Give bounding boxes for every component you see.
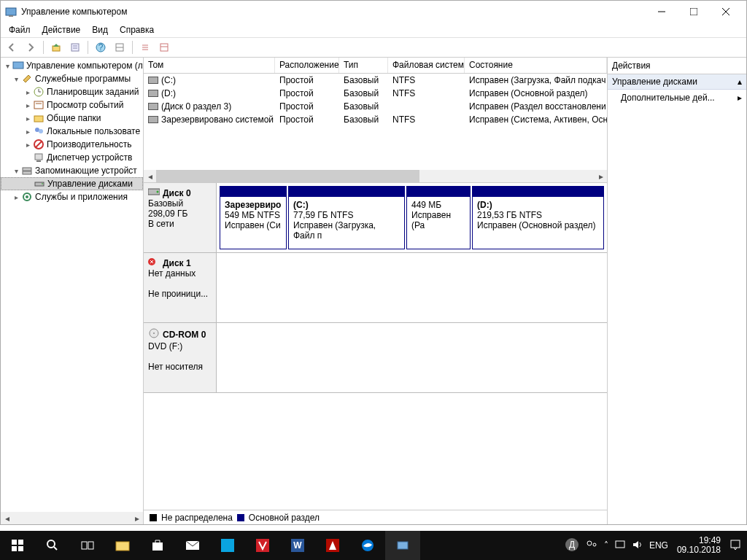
disk-error-icon <box>148 257 160 268</box>
taskbar-acrobat[interactable] <box>315 531 350 560</box>
navigation-tree[interactable]: ▾Управление компьютером (л ▾Служебные пр… <box>1 58 144 524</box>
taskbar-compmgmt-active[interactable] <box>385 531 420 560</box>
expand-icon[interactable]: ▸ <box>23 114 33 122</box>
task-view-button[interactable] <box>70 531 105 560</box>
system-tray[interactable]: Д ˄ ENG 19:49 09.10.2018 <box>559 531 747 560</box>
expand-icon[interactable]: ▸ <box>23 101 33 109</box>
toolbar-view-button[interactable] <box>112 39 128 55</box>
tree-storage[interactable]: ▾Запоминающие устройст <box>1 164 143 177</box>
taskbar-app1[interactable] <box>210 531 245 560</box>
menu-help[interactable]: Справка <box>115 23 159 36</box>
tree-event-viewer[interactable]: ▸Просмотр событий <box>1 98 143 112</box>
services-icon <box>21 191 33 203</box>
tray-clock[interactable]: 19:49 09.10.2018 <box>674 536 724 555</box>
taskbar-word[interactable]: W <box>280 531 315 560</box>
taskbar-store[interactable] <box>140 531 175 560</box>
collapse-icon[interactable]: ▴ <box>738 77 742 87</box>
tray-chevron-up-icon[interactable]: ˄ <box>604 540 608 551</box>
app-icon <box>5 6 17 18</box>
tree-system-tools[interactable]: ▾Служебные программы <box>1 72 143 85</box>
col-layout[interactable]: Расположение <box>275 58 339 73</box>
close-button[interactable] <box>710 1 742 23</box>
partition-c[interactable]: (C:)77,59 ГБ NTFSИсправен (Загрузка, Фай… <box>288 186 405 249</box>
svg-rect-53 <box>116 542 129 551</box>
taskbar-edge[interactable] <box>350 531 385 560</box>
tree-task-scheduler[interactable]: ▸Планировщик заданий <box>1 85 143 98</box>
volume-row[interactable]: Зарезервировано системойПростойБазовыйNT… <box>144 113 607 126</box>
cdrom-block[interactable]: CD-ROM 0 DVD (F:) Нет носителя <box>144 323 607 393</box>
expand-icon[interactable]: ▸ <box>11 193 21 201</box>
tree-shared-folders[interactable]: ▸Общие папки <box>1 112 143 125</box>
scrollbar-thumb[interactable] <box>156 170 419 182</box>
toolbar-up-button[interactable] <box>48 39 64 55</box>
disk-0-block[interactable]: Диск 0 Базовый 298,09 ГБ В сети Зарезерв… <box>144 183 607 253</box>
tree-scrollbar[interactable]: ◂▸ <box>1 512 143 524</box>
partition-d[interactable]: (D:)219,53 ГБ NTFSИсправен (Основной раз… <box>472 186 604 249</box>
svg-rect-67 <box>616 541 624 548</box>
menu-action[interactable]: Действие <box>37 23 86 36</box>
svg-point-66 <box>593 543 596 546</box>
tree-root[interactable]: ▾Управление компьютером (л <box>1 59 143 72</box>
taskbar[interactable]: W Д ˄ ENG 19:49 09.10.2018 <box>0 531 747 560</box>
scroll-right-icon[interactable]: ▸ <box>595 170 607 182</box>
expand-icon[interactable]: ▸ <box>23 141 33 149</box>
event-icon <box>33 99 44 111</box>
disk-1-info: Диск 1 Нет данных Не проиници... <box>144 253 217 322</box>
volume-row[interactable]: (D:)ПростойБазовыйNTFSИсправен (Основной… <box>144 87 607 100</box>
volume-scrollbar[interactable]: ◂ ▸ <box>144 170 607 182</box>
tray-language[interactable]: ENG <box>649 540 668 551</box>
scroll-left-icon[interactable]: ◂ <box>144 170 156 182</box>
minimize-button[interactable] <box>646 1 678 23</box>
disk-1-block[interactable]: Диск 1 Нет данных Не проиници... <box>144 253 607 323</box>
expand-icon[interactable]: ▸ <box>23 88 33 96</box>
toolbar-list-button[interactable] <box>137 39 153 55</box>
maximize-button[interactable] <box>678 1 710 23</box>
toolbar-back-button[interactable] <box>4 39 20 55</box>
tree-local-users[interactable]: ▸Локальные пользовате <box>1 125 143 138</box>
taskbar-explorer[interactable] <box>105 531 140 560</box>
partition-reserved[interactable]: Зарезервиро549 МБ NTFSИсправен (Си <box>220 186 287 249</box>
scroll-left-icon[interactable]: ◂ <box>1 512 13 524</box>
actions-more[interactable]: Дополнительные дей... ▸ <box>608 90 746 106</box>
col-type[interactable]: Тип <box>339 58 388 73</box>
tree-performance[interactable]: ▸Производительность <box>1 138 143 151</box>
legend-primary-label: Основной раздел <box>249 513 320 523</box>
volume-row[interactable]: (C:)ПростойБазовыйNTFSИсправен (Загрузка… <box>144 74 607 87</box>
svg-point-44 <box>153 332 155 334</box>
col-status[interactable]: Состояние <box>465 58 607 73</box>
svg-rect-32 <box>23 168 31 171</box>
volume-row[interactable]: (Диск 0 раздел 3)ПростойБазовыйИсправен … <box>144 100 607 113</box>
scroll-right-icon[interactable]: ▸ <box>131 512 143 524</box>
taskbar-mail[interactable] <box>175 531 210 560</box>
toolbar-forward-button[interactable] <box>23 39 39 55</box>
toolbar-help-button[interactable]: ? <box>93 39 109 55</box>
collapse-icon[interactable]: ▾ <box>2 62 12 70</box>
search-button[interactable] <box>35 531 70 560</box>
actions-group[interactable]: Управление дисками ▴ <box>608 74 746 90</box>
volume-list[interactable]: (C:)ПростойБазовыйNTFSИсправен (Загрузка… <box>144 74 607 170</box>
tray-notifications-icon[interactable] <box>729 539 741 553</box>
tray-user-icon[interactable]: Д <box>565 537 579 554</box>
collapse-icon[interactable]: ▾ <box>11 75 21 83</box>
titlebar[interactable]: Управление компьютером <box>1 1 746 23</box>
partition-recovery[interactable]: 449 МБИсправен (Ра <box>406 186 471 249</box>
tree-services[interactable]: ▸Службы и приложения <box>1 190 143 203</box>
taskbar-kaspersky[interactable] <box>245 531 280 560</box>
collapse-icon[interactable]: ▾ <box>11 167 21 175</box>
tree-disk-management[interactable]: Управление дисками <box>1 177 143 190</box>
tree-device-manager[interactable]: Диспетчер устройств <box>1 151 143 164</box>
menu-file[interactable]: Файл <box>4 23 36 36</box>
toolbar-detail-button[interactable] <box>156 39 172 55</box>
toolbar-properties-button[interactable] <box>67 39 83 55</box>
expand-icon[interactable]: ▸ <box>23 128 33 136</box>
col-volume[interactable]: Том <box>144 58 275 73</box>
tray-volume-icon[interactable] <box>632 539 643 553</box>
tray-people-icon[interactable] <box>585 538 598 553</box>
disk-graphical-pane[interactable]: Диск 0 Базовый 298,09 ГБ В сети Зарезерв… <box>144 182 607 510</box>
tray-monitor-icon[interactable] <box>614 539 626 553</box>
cdrom-info: CD-ROM 0 DVD (F:) Нет носителя <box>144 323 217 392</box>
menu-view[interactable]: Вид <box>87 23 113 36</box>
svg-rect-7 <box>71 44 79 51</box>
col-fs[interactable]: Файловая система <box>388 58 465 73</box>
start-button[interactable] <box>0 531 35 560</box>
